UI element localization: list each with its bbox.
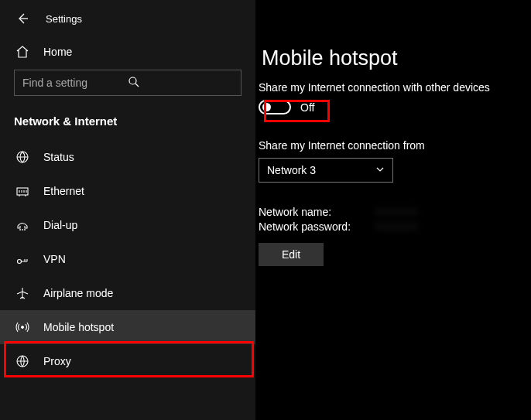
section-title: Network & Internet: [0, 111, 255, 140]
back-icon[interactable]: [16, 12, 29, 25]
nav-label: Ethernet: [43, 185, 84, 197]
network-password-label: Network password:: [259, 220, 359, 233]
search-input[interactable]: Find a setting: [14, 70, 242, 96]
svg-point-7: [22, 326, 24, 329]
sidebar-item-dialup[interactable]: Dial-up: [0, 208, 255, 242]
sidebar-item-status[interactable]: Status: [0, 140, 255, 174]
home-label: Home: [43, 46, 72, 58]
vpn-icon: [15, 252, 29, 266]
dropdown-value: Network 3: [267, 164, 316, 176]
network-password-value: XXXXXX: [375, 220, 418, 233]
nav-label: Proxy: [43, 355, 71, 367]
svg-point-5: [25, 230, 26, 230]
nav-label: Mobile hotspot: [43, 321, 114, 333]
airplane-icon: [15, 286, 29, 300]
dialup-icon: [15, 218, 29, 232]
header: Settings: [0, 8, 255, 39]
svg-point-0: [129, 77, 136, 84]
sidebar-item-ethernet[interactable]: Ethernet: [0, 174, 255, 208]
search-placeholder: Find a setting: [22, 77, 128, 89]
nav-label: Airplane mode: [43, 287, 113, 299]
nav-label: Status: [43, 151, 74, 163]
from-label: Share my Internet connection from: [259, 139, 531, 152]
home-icon: [15, 45, 29, 59]
sidebar: Settings Home Find a setting Network & I…: [0, 0, 255, 420]
sidebar-item-airplane[interactable]: Airplane mode: [0, 276, 255, 310]
sidebar-item-vpn[interactable]: VPN: [0, 242, 255, 276]
home-nav[interactable]: Home: [0, 39, 255, 65]
toggle-state: Off: [300, 101, 314, 114]
search-icon: [128, 76, 233, 90]
edit-button[interactable]: Edit: [259, 243, 324, 266]
sidebar-item-hotspot[interactable]: Mobile hotspot: [0, 310, 255, 344]
svg-point-3: [20, 230, 21, 230]
hotspot-toggle[interactable]: [259, 100, 291, 114]
proxy-icon: [15, 354, 29, 368]
share-label: Share my Internet connection with other …: [259, 81, 531, 94]
nav-label: Dial-up: [43, 219, 77, 231]
connection-dropdown[interactable]: Network 3: [259, 158, 393, 183]
svg-point-6: [18, 260, 22, 264]
globe-icon: [15, 150, 29, 164]
settings-title: Settings: [46, 13, 82, 25]
ethernet-icon: [15, 184, 29, 198]
page-title: Mobile hotspot: [262, 46, 531, 70]
toggle-knob: [262, 103, 271, 111]
chevron-down-icon: [375, 164, 385, 176]
network-name-value: XXXXXX: [375, 206, 418, 218]
nav-label: VPN: [43, 253, 66, 265]
main-panel: Mobile hotspot Share my Internet connect…: [255, 0, 531, 420]
sidebar-item-proxy[interactable]: Proxy: [0, 344, 255, 378]
hotspot-icon: [15, 320, 29, 334]
network-name-label: Network name:: [259, 206, 359, 218]
svg-point-4: [22, 230, 23, 230]
